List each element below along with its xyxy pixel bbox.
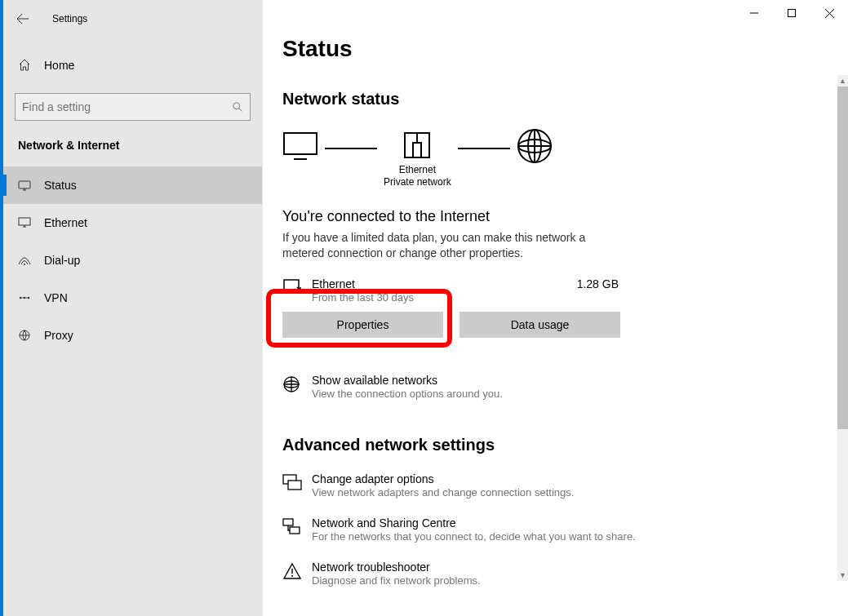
window-title: Settings bbox=[52, 13, 87, 24]
network-diagram: Ethernet Private network bbox=[282, 128, 848, 192]
option-sub: Diagnose and fix network problems. bbox=[312, 574, 481, 587]
option-sub: View the connection options around you. bbox=[312, 388, 503, 400]
svg-rect-9 bbox=[284, 133, 317, 154]
home-icon bbox=[18, 59, 39, 72]
sidebar-item-dialup[interactable]: Dial-up bbox=[3, 242, 262, 279]
connection-line bbox=[325, 148, 377, 149]
svg-rect-1 bbox=[19, 181, 30, 188]
option-sub: View network adapters and change connect… bbox=[312, 486, 574, 499]
scroll-down-icon[interactable]: ▼ bbox=[837, 569, 848, 581]
arrow-left-icon bbox=[16, 12, 29, 25]
sidebar-item-vpn[interactable]: VPN bbox=[3, 279, 262, 317]
sidebar-item-status[interactable]: Status bbox=[3, 166, 262, 204]
connection-name: Ethernet bbox=[312, 277, 577, 290]
titlebar-left: Settings bbox=[3, 5, 262, 33]
search-input[interactable] bbox=[15, 93, 251, 121]
sidebar: Settings Home Network & Internet Status … bbox=[3, 0, 263, 616]
sidebar-item-label: Dial-up bbox=[44, 254, 80, 267]
adapter-icon bbox=[282, 472, 312, 494]
window-controls bbox=[735, 0, 848, 28]
properties-button[interactable]: Properties bbox=[282, 312, 443, 338]
router-icon bbox=[403, 131, 431, 161]
option-sub: For the networks that you connect to, de… bbox=[312, 530, 636, 543]
close-button[interactable] bbox=[810, 0, 848, 26]
sidebar-item-label: VPN bbox=[44, 291, 68, 304]
status-icon bbox=[18, 179, 39, 192]
sidebar-home[interactable]: Home bbox=[3, 47, 262, 83]
diagram-globe bbox=[517, 128, 553, 192]
search-icon bbox=[232, 101, 243, 113]
pc-icon bbox=[282, 131, 318, 161]
connection-sub: From the last 30 days bbox=[312, 291, 577, 304]
change-adapter-options[interactable]: Change adapter options View network adap… bbox=[282, 472, 848, 499]
minimize-icon bbox=[750, 9, 758, 17]
connection-buttons: Properties Data usage bbox=[282, 312, 848, 338]
back-button[interactable] bbox=[16, 12, 42, 25]
content-area: ▲ ▼ Status Network status Ethernet Priva… bbox=[263, 0, 848, 616]
dialup-icon bbox=[18, 255, 39, 266]
connected-body: If you have a limited data plan, you can… bbox=[282, 230, 601, 261]
option-title: Network and Sharing Centre bbox=[312, 516, 636, 530]
svg-rect-21 bbox=[290, 527, 300, 534]
svg-rect-11 bbox=[413, 143, 421, 157]
connection-line bbox=[458, 148, 510, 149]
close-icon bbox=[825, 9, 834, 18]
search-field[interactable] bbox=[22, 100, 232, 113]
warning-icon bbox=[282, 561, 312, 583]
svg-rect-20 bbox=[283, 519, 293, 525]
proxy-icon bbox=[18, 329, 39, 342]
svg-rect-8 bbox=[788, 10, 796, 17]
connection-usage: 1.28 GB bbox=[577, 277, 619, 290]
option-title: Network troubleshooter bbox=[312, 561, 481, 574]
page-title: Status bbox=[282, 36, 848, 62]
minimize-button[interactable] bbox=[735, 0, 773, 26]
globe-icon bbox=[517, 128, 553, 164]
svg-rect-15 bbox=[284, 280, 299, 290]
sidebar-home-label: Home bbox=[44, 59, 74, 72]
svg-rect-2 bbox=[19, 218, 30, 225]
sidebar-item-label: Proxy bbox=[44, 329, 73, 342]
scrollbar-thumb[interactable] bbox=[837, 86, 848, 429]
vpn-icon bbox=[18, 293, 39, 303]
globe-small-icon bbox=[282, 374, 312, 396]
sidebar-item-ethernet[interactable]: Ethernet bbox=[3, 204, 262, 242]
sidebar-item-label: Status bbox=[44, 179, 77, 192]
maximize-button[interactable] bbox=[773, 0, 810, 26]
svg-point-22 bbox=[291, 575, 293, 577]
section-advanced: Advanced network settings bbox=[282, 436, 848, 454]
ethernet-icon bbox=[18, 216, 39, 229]
sidebar-item-label: Ethernet bbox=[44, 216, 87, 229]
svg-point-0 bbox=[233, 103, 240, 109]
diagram-pc bbox=[282, 131, 318, 188]
sidebar-category: Network & Internet bbox=[3, 121, 262, 166]
diagram-mid-sub: Private network bbox=[384, 176, 451, 188]
connected-heading: You're connected to the Internet bbox=[282, 208, 848, 225]
sharing-icon bbox=[282, 516, 312, 538]
diagram-router: Ethernet Private network bbox=[384, 131, 451, 188]
network-sharing-centre[interactable]: Network and Sharing Centre For the netwo… bbox=[282, 516, 848, 543]
scroll-up-icon[interactable]: ▲ bbox=[837, 75, 848, 86]
sidebar-item-proxy[interactable]: Proxy bbox=[3, 317, 262, 354]
option-title: Change adapter options bbox=[312, 472, 574, 485]
section-network-status: Network status bbox=[282, 90, 848, 109]
maximize-icon bbox=[788, 9, 796, 17]
ethernet-connection-icon bbox=[282, 277, 312, 299]
connection-row: Ethernet From the last 30 days 1.28 GB bbox=[282, 277, 619, 304]
network-troubleshooter[interactable]: Network troubleshooter Diagnose and fix … bbox=[282, 561, 848, 587]
svg-point-3 bbox=[24, 264, 25, 265]
data-usage-button[interactable]: Data usage bbox=[460, 312, 620, 338]
show-available-networks[interactable]: Show available networks View the connect… bbox=[282, 374, 848, 400]
diagram-mid-label: Ethernet bbox=[399, 164, 436, 175]
option-title: Show available networks bbox=[312, 374, 503, 387]
svg-rect-19 bbox=[288, 481, 301, 490]
